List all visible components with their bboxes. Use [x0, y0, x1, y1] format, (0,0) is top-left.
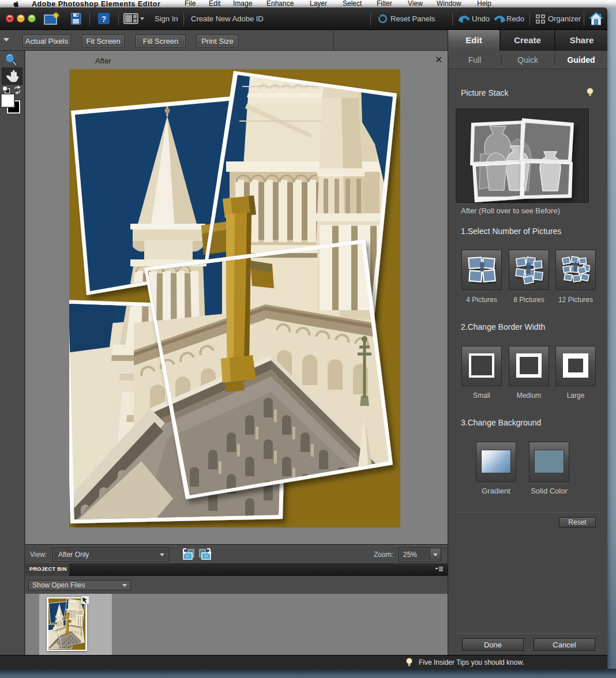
svg-text:?: ?: [102, 14, 107, 24]
